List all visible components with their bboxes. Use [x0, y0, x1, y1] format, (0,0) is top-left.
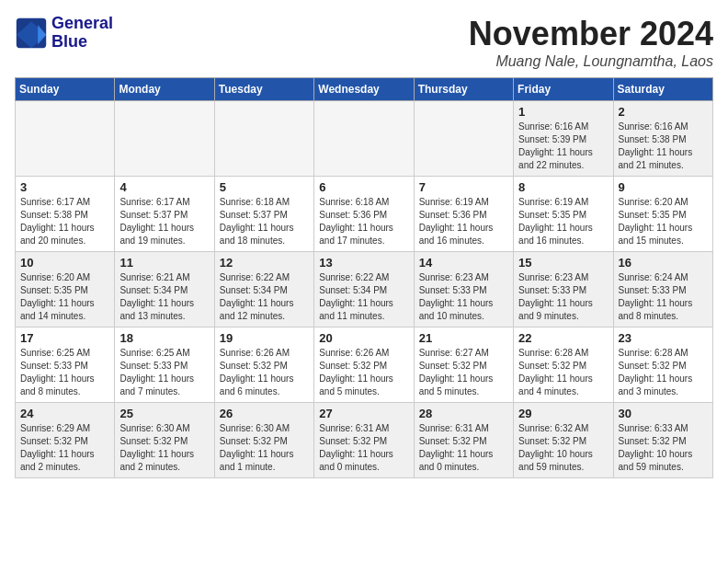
day-number: 26 — [220, 407, 309, 420]
logo-line2: Blue — [51, 33, 113, 52]
calendar-day-cell — [115, 101, 214, 177]
calendar-day-cell: 13Sunrise: 6:22 AM Sunset: 5:34 PM Dayli… — [314, 252, 414, 327]
calendar-day-cell: 14Sunrise: 6:23 AM Sunset: 5:33 PM Dayli… — [414, 252, 513, 327]
calendar-day-cell: 11Sunrise: 6:21 AM Sunset: 5:34 PM Dayli… — [115, 252, 214, 327]
calendar-day-cell: 23Sunrise: 6:28 AM Sunset: 5:32 PM Dayli… — [613, 327, 712, 403]
calendar-day-cell: 21Sunrise: 6:27 AM Sunset: 5:32 PM Dayli… — [414, 327, 513, 403]
logo-line1: General — [51, 15, 113, 33]
calendar-table: SundayMondayTuesdayWednesdayThursdayFrid… — [15, 77, 713, 478]
day-number: 11 — [119, 256, 209, 270]
calendar-week-row: 10Sunrise: 6:20 AM Sunset: 5:35 PM Dayli… — [16, 252, 713, 327]
calendar-day-cell — [314, 101, 414, 177]
calendar-day-cell: 8Sunrise: 6:19 AM Sunset: 5:35 PM Daylig… — [514, 177, 613, 252]
day-info: Sunrise: 6:26 AM Sunset: 5:32 PM Dayligh… — [220, 347, 309, 398]
calendar-day-cell: 16Sunrise: 6:24 AM Sunset: 5:33 PM Dayli… — [613, 252, 712, 327]
calendar-day-cell: 29Sunrise: 6:32 AM Sunset: 5:32 PM Dayli… — [514, 403, 613, 478]
calendar-day-cell: 19Sunrise: 6:26 AM Sunset: 5:32 PM Dayli… — [214, 327, 313, 403]
day-info: Sunrise: 6:25 AM Sunset: 5:33 PM Dayligh… — [119, 347, 209, 398]
day-info: Sunrise: 6:17 AM Sunset: 5:37 PM Dayligh… — [119, 196, 209, 247]
day-info: Sunrise: 6:23 AM Sunset: 5:33 PM Dayligh… — [419, 271, 508, 323]
day-info: Sunrise: 6:28 AM Sunset: 5:32 PM Dayligh… — [518, 347, 608, 398]
day-info: Sunrise: 6:24 AM Sunset: 5:33 PM Dayligh… — [619, 271, 708, 323]
day-info: Sunrise: 6:23 AM Sunset: 5:33 PM Dayligh… — [518, 271, 608, 323]
day-number: 20 — [319, 331, 408, 345]
calendar-day-cell: 9Sunrise: 6:20 AM Sunset: 5:35 PM Daylig… — [613, 177, 712, 252]
day-number: 23 — [619, 331, 708, 345]
calendar-day-cell: 30Sunrise: 6:33 AM Sunset: 5:32 PM Dayli… — [613, 403, 712, 478]
day-info: Sunrise: 6:19 AM Sunset: 5:36 PM Dayligh… — [419, 196, 508, 247]
page-header: General Blue November 2024 Muang Nale, L… — [15, 15, 713, 70]
day-info: Sunrise: 6:18 AM Sunset: 5:37 PM Dayligh… — [220, 196, 309, 247]
weekday-header: Friday — [514, 78, 613, 101]
day-info: Sunrise: 6:28 AM Sunset: 5:32 PM Dayligh… — [619, 347, 708, 398]
day-number: 12 — [220, 256, 309, 270]
calendar-day-cell: 17Sunrise: 6:25 AM Sunset: 5:33 PM Dayli… — [16, 327, 115, 403]
calendar-day-cell: 7Sunrise: 6:19 AM Sunset: 5:36 PM Daylig… — [414, 177, 513, 252]
day-info: Sunrise: 6:20 AM Sunset: 5:35 PM Dayligh… — [20, 271, 109, 323]
day-number: 6 — [319, 180, 408, 194]
day-number: 15 — [518, 256, 608, 270]
calendar-day-cell: 2Sunrise: 6:16 AM Sunset: 5:38 PM Daylig… — [613, 101, 712, 177]
day-info: Sunrise: 6:18 AM Sunset: 5:36 PM Dayligh… — [319, 196, 408, 247]
calendar-week-row: 3Sunrise: 6:17 AM Sunset: 5:38 PM Daylig… — [16, 177, 713, 252]
day-info: Sunrise: 6:33 AM Sunset: 5:32 PM Dayligh… — [619, 422, 708, 474]
calendar-day-cell: 3Sunrise: 6:17 AM Sunset: 5:38 PM Daylig… — [16, 177, 115, 252]
day-number: 19 — [220, 331, 309, 345]
title-block: November 2024 Muang Nale, Loungnamtha, L… — [469, 15, 713, 70]
logo-text: General Blue — [51, 15, 113, 52]
day-number: 7 — [419, 180, 508, 194]
calendar-day-cell — [414, 101, 513, 177]
day-info: Sunrise: 6:30 AM Sunset: 5:32 PM Dayligh… — [119, 422, 209, 474]
weekday-header: Sunday — [16, 78, 115, 101]
day-number: 14 — [419, 256, 508, 270]
day-number: 16 — [619, 256, 708, 270]
day-info: Sunrise: 6:22 AM Sunset: 5:34 PM Dayligh… — [319, 271, 408, 323]
day-number: 29 — [518, 407, 608, 420]
calendar-day-cell: 27Sunrise: 6:31 AM Sunset: 5:32 PM Dayli… — [314, 403, 414, 478]
day-number: 21 — [419, 331, 508, 345]
day-number: 5 — [220, 180, 309, 194]
day-number: 1 — [518, 105, 608, 119]
calendar-day-cell: 15Sunrise: 6:23 AM Sunset: 5:33 PM Dayli… — [514, 252, 613, 327]
day-info: Sunrise: 6:29 AM Sunset: 5:32 PM Dayligh… — [20, 422, 109, 474]
month-title: November 2024 — [469, 15, 713, 53]
weekday-header: Wednesday — [314, 78, 414, 101]
day-number: 8 — [518, 180, 608, 194]
calendar-day-cell: 26Sunrise: 6:30 AM Sunset: 5:32 PM Dayli… — [214, 403, 313, 478]
day-number: 3 — [20, 180, 109, 194]
calendar-day-cell: 1Sunrise: 6:16 AM Sunset: 5:39 PM Daylig… — [514, 101, 613, 177]
day-info: Sunrise: 6:16 AM Sunset: 5:38 PM Dayligh… — [619, 121, 708, 172]
day-info: Sunrise: 6:22 AM Sunset: 5:34 PM Dayligh… — [220, 271, 309, 323]
day-number: 24 — [20, 407, 109, 420]
day-info: Sunrise: 6:32 AM Sunset: 5:32 PM Dayligh… — [518, 422, 608, 474]
day-number: 17 — [20, 331, 109, 345]
calendar-day-cell: 10Sunrise: 6:20 AM Sunset: 5:35 PM Dayli… — [16, 252, 115, 327]
calendar-day-cell: 20Sunrise: 6:26 AM Sunset: 5:32 PM Dayli… — [314, 327, 414, 403]
location: Muang Nale, Loungnamtha, Laos — [469, 53, 713, 70]
day-number: 25 — [119, 407, 209, 420]
day-info: Sunrise: 6:20 AM Sunset: 5:35 PM Dayligh… — [619, 196, 708, 247]
calendar-day-cell — [16, 101, 115, 177]
day-info: Sunrise: 6:25 AM Sunset: 5:33 PM Dayligh… — [20, 347, 109, 398]
day-number: 2 — [619, 105, 708, 119]
calendar-day-cell: 22Sunrise: 6:28 AM Sunset: 5:32 PM Dayli… — [514, 327, 613, 403]
day-info: Sunrise: 6:27 AM Sunset: 5:32 PM Dayligh… — [419, 347, 508, 398]
day-info: Sunrise: 6:21 AM Sunset: 5:34 PM Dayligh… — [119, 271, 209, 323]
calendar-day-cell: 6Sunrise: 6:18 AM Sunset: 5:36 PM Daylig… — [314, 177, 414, 252]
calendar-day-cell: 24Sunrise: 6:29 AM Sunset: 5:32 PM Dayli… — [16, 403, 115, 478]
day-info: Sunrise: 6:16 AM Sunset: 5:39 PM Dayligh… — [518, 121, 608, 172]
calendar-day-cell: 5Sunrise: 6:18 AM Sunset: 5:37 PM Daylig… — [214, 177, 313, 252]
calendar-day-cell: 4Sunrise: 6:17 AM Sunset: 5:37 PM Daylig… — [115, 177, 214, 252]
weekday-header-row: SundayMondayTuesdayWednesdayThursdayFrid… — [16, 78, 713, 101]
day-info: Sunrise: 6:26 AM Sunset: 5:32 PM Dayligh… — [319, 347, 408, 398]
day-number: 18 — [119, 331, 209, 345]
day-info: Sunrise: 6:30 AM Sunset: 5:32 PM Dayligh… — [220, 422, 309, 474]
calendar-week-row: 17Sunrise: 6:25 AM Sunset: 5:33 PM Dayli… — [16, 327, 713, 403]
day-number: 22 — [518, 331, 608, 345]
day-info: Sunrise: 6:31 AM Sunset: 5:32 PM Dayligh… — [419, 422, 508, 474]
day-info: Sunrise: 6:31 AM Sunset: 5:32 PM Dayligh… — [319, 422, 408, 474]
day-number: 10 — [20, 256, 109, 270]
weekday-header: Thursday — [414, 78, 513, 101]
calendar-day-cell: 28Sunrise: 6:31 AM Sunset: 5:32 PM Dayli… — [414, 403, 513, 478]
day-number: 30 — [619, 407, 708, 420]
